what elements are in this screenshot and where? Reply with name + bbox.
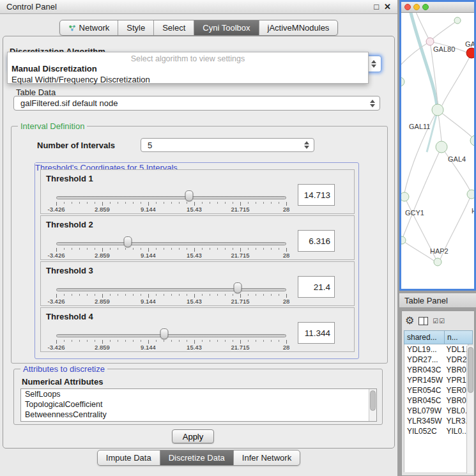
attributes-to-discretize-group: Attributes to discretize Numerical Attri…: [13, 369, 383, 425]
interval-definition-title: Interval Definition: [18, 121, 87, 131]
slider-scale-labels: -3.4262.8599.14415.4321.71528: [56, 298, 286, 305]
scale-label: 9.144: [141, 298, 156, 305]
top-tab-bar: NetworkStyleSelectCyni ToolboxjActiveMNo…: [59, 20, 339, 36]
combo-stepper-icon: [304, 141, 309, 149]
slider-track[interactable]: [56, 196, 286, 199]
slider-scale-labels: -3.4262.8599.14415.4321.71528: [56, 206, 286, 213]
list-scrollbar[interactable]: [369, 389, 376, 421]
slider-scale-labels: -3.4262.8599.14415.4321.71528: [56, 344, 286, 351]
network-node: [434, 258, 441, 266]
table-cell: YBR045C: [404, 395, 443, 406]
combo-stepper-icon: [371, 60, 376, 68]
node-label-gal4: GAL4: [448, 155, 466, 163]
threshold-value-field[interactable]: 14.713: [298, 184, 335, 206]
column-header-name[interactable]: n...: [445, 330, 473, 344]
scale-label: 2.859: [95, 252, 110, 259]
scale-label: 28: [283, 298, 290, 305]
threshold-value-field[interactable]: 11.344: [298, 322, 335, 344]
table-row[interactable]: YBR043CYBR0...: [404, 365, 468, 375]
table-row[interactable]: YLR345WYLR3...: [404, 416, 468, 426]
close-icon[interactable]: ✕: [384, 3, 391, 11]
tab-cyni-toolbox[interactable]: Cyni Toolbox: [194, 20, 259, 35]
tab-jactivemnodules[interactable]: jActiveMNodules: [259, 20, 338, 35]
table-row[interactable]: YER054CYER0...: [404, 385, 468, 395]
table-row[interactable]: YBR045CYBR0...: [404, 395, 468, 406]
table-cell: YIL052C: [404, 426, 443, 436]
attribute-list-item[interactable]: BetweennessCentrality: [21, 410, 376, 420]
tab-label: Style: [127, 23, 145, 33]
attribute-list-item[interactable]: SelfLoops: [21, 389, 376, 399]
table-row[interactable]: YDR27...YDR2...: [404, 355, 468, 365]
slider-scale-labels: -3.4262.8599.14415.4321.71528: [56, 252, 286, 259]
threshold-label: Threshold 1: [46, 174, 93, 183]
tab-discretize-data[interactable]: Discretize Data: [160, 450, 234, 465]
tab-label: Select: [162, 23, 185, 33]
scale-label: 2.859: [95, 344, 110, 351]
slider-thumb[interactable]: [160, 328, 169, 339]
tab-label: Discretize Data: [169, 453, 225, 463]
table-cell: YLR3...: [443, 416, 468, 426]
threshold-value-field[interactable]: 6.316: [298, 230, 335, 252]
attribute-list-item[interactable]: TopologicalCoefficient: [21, 399, 376, 410]
scale-label: 2.859: [95, 298, 110, 305]
zoom-window-icon[interactable]: [422, 4, 429, 10]
table-cell: YDL19...: [404, 344, 443, 355]
scale-label: 15.43: [187, 344, 202, 351]
table-scrollbar[interactable]: [466, 346, 473, 473]
gear-icon[interactable]: ⚙: [405, 316, 414, 326]
scale-label: 15.43: [187, 206, 202, 213]
node-label-partial: H: [472, 207, 474, 215]
slider-track[interactable]: [56, 288, 286, 291]
slider-thumb[interactable]: [185, 190, 193, 201]
number-of-intervals-label: Number of Intervals: [37, 141, 115, 150]
column-header-shared[interactable]: shared...: [404, 330, 445, 344]
slider-track[interactable]: [56, 334, 286, 337]
close-window-icon[interactable]: [404, 4, 411, 10]
numerical-attributes-list[interactable]: SelfLoopsTopologicalCoefficientBetweenne…: [20, 388, 377, 422]
minimize-icon[interactable]: □: [374, 3, 379, 11]
popup-option-manual-discretization[interactable]: Manual Discretization: [8, 63, 368, 74]
scale-label: -3.426: [48, 206, 65, 213]
columns-icon[interactable]: [418, 317, 428, 325]
checkbox-icons[interactable]: ☑☑: [433, 318, 445, 325]
tab-network[interactable]: Network: [60, 20, 119, 35]
table-data-combo[interactable]: galFiltered.sif default node: [13, 96, 380, 111]
table-row[interactable]: YPR145WYPR1...: [404, 375, 468, 385]
table-panel: ⚙ ☑☑ shared... n... YDL19...YDL1...YDR27…: [401, 311, 475, 476]
network-node: [426, 38, 434, 45]
slider-track[interactable]: [56, 242, 286, 245]
node-label-gcy1: GCY1: [405, 209, 424, 217]
apply-button[interactable]: Apply: [172, 429, 214, 443]
threshold-row: Threshold 4-3.4262.8599.14415.4321.71528…: [40, 307, 355, 352]
tab-label: jActiveMNodules: [268, 23, 330, 33]
slider-thumb[interactable]: [123, 236, 132, 247]
tab-impute-data[interactable]: Impute Data: [98, 450, 160, 465]
table-header-row: shared... n...: [404, 330, 474, 344]
slider-thumb[interactable]: [234, 282, 242, 293]
scale-label: 28: [283, 344, 290, 351]
scale-label: 21.715: [231, 252, 249, 259]
table-cell: YBL079W: [404, 406, 443, 416]
network-node: [436, 141, 447, 153]
table-row[interactable]: YBL079WYBL0...: [404, 406, 468, 416]
minimize-window-icon[interactable]: [413, 4, 420, 10]
popup-option-equal-width-frequency[interactable]: Equal Width/Frequency Discretization: [8, 74, 368, 85]
threshold-rows-container: Threshold 1-3.4262.8599.14415.4321.71528…: [40, 169, 355, 353]
number-of-intervals-combo[interactable]: 5: [141, 138, 314, 152]
scale-label: 21.715: [231, 206, 249, 213]
network-view-window[interactable]: GAL80 GA GAL11 GAL4 GCY1 H HAP2: [399, 0, 476, 291]
network-canvas[interactable]: GAL80 GA GAL11 GAL4 GCY1 H HAP2: [401, 13, 474, 289]
tab-select[interactable]: Select: [154, 20, 194, 35]
network-node: [401, 236, 406, 244]
tab-style[interactable]: Style: [118, 20, 154, 35]
threshold-value-field[interactable]: 21.4: [298, 276, 335, 298]
table-cell: YBR0...: [443, 365, 468, 375]
network-window-titlebar: [401, 2, 474, 13]
scale-label: 28: [283, 206, 290, 213]
bottom-tab-bar: Impute DataDiscretize DataInfer Network: [97, 450, 300, 466]
tab-infer-network[interactable]: Infer Network: [234, 450, 300, 465]
table-row[interactable]: YIL052CYIL0...: [404, 426, 468, 436]
table-row[interactable]: YDL19...YDL1...: [404, 344, 468, 355]
node-label-partial: GA: [465, 40, 474, 48]
table-toolbar: ⚙ ☑☑: [402, 311, 474, 330]
